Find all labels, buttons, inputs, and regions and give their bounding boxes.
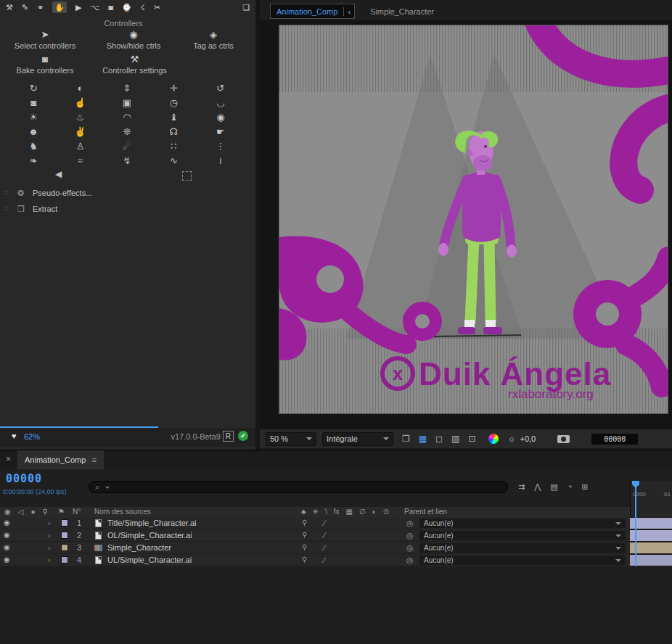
frame-blend-icon[interactable]: ◔	[567, 482, 573, 492]
controller-wave-icon[interactable]: ≈	[57, 154, 103, 168]
bake-controllers-button[interactable]: ◙ Bake controllers	[6, 54, 84, 75]
search-options-caret[interactable]	[105, 487, 110, 489]
controller-zigzag-icon[interactable]: ↯	[104, 154, 150, 168]
label-column-icon[interactable]: ⚑	[58, 507, 65, 517]
guides-icon[interactable]: ⊡	[468, 434, 475, 444]
controller-hand-icon[interactable]: ☝	[57, 96, 103, 110]
controller-eye-icon[interactable]: ◉	[197, 110, 244, 125]
controller-spine-icon[interactable]: ⋮	[197, 139, 244, 154]
mini-flowchart-icon[interactable]: ⇉	[518, 482, 525, 492]
pen-icon[interactable]: ✎	[22, 1, 28, 13]
current-time-display[interactable]: 00000	[6, 472, 42, 485]
tab-back-chevron-icon[interactable]: ‹	[343, 7, 354, 16]
tab-simple-character[interactable]: Simple_Character	[370, 7, 434, 16]
close-panel-icon[interactable]: ×	[6, 454, 11, 464]
controller-pawn-icon[interactable]: ♙	[57, 139, 103, 154]
controller-position-icon[interactable]: ✛	[150, 81, 197, 96]
clock-icon[interactable]: ⌚	[122, 1, 132, 13]
controller-spring-icon[interactable]: ♨	[57, 110, 103, 125]
layer-name[interactable]: UL/Simple_Character.ai	[107, 554, 192, 566]
controller-square-icon[interactable]: ▣	[104, 96, 150, 110]
parent-dropdown[interactable]: Aucun(e)	[419, 519, 626, 528]
controller-paw-icon[interactable]: ❊	[104, 125, 150, 139]
parent-pickwhip-icon[interactable]: ◎	[406, 554, 414, 566]
controller-rotation-icon[interactable]: ↻	[10, 81, 57, 96]
scissors-icon[interactable]: ✂	[154, 1, 160, 13]
controller-dots-icon[interactable]: ∷	[150, 139, 197, 154]
layer-color-swatch[interactable]	[61, 519, 68, 527]
collapse-switch-icon[interactable]: ✳	[313, 507, 319, 517]
motion-blur-icon[interactable]: ⊞	[581, 482, 588, 492]
tag-as-ctrls-button[interactable]: ◈ Tag as ctrls	[179, 29, 248, 50]
extract-item[interactable]: ∷ ❒ Extract	[0, 202, 255, 216]
layer-quality-icon[interactable]: ∕	[324, 529, 325, 541]
parent-pickwhip-icon[interactable]: ◎	[406, 542, 414, 553]
layer-quality-icon[interactable]: ∕	[324, 554, 325, 566]
controller-lamp-icon[interactable]: ☀	[10, 110, 57, 125]
parent-pickwhip-icon[interactable]: ◎	[406, 517, 414, 529]
controller-horse-icon[interactable]: ♞	[10, 139, 57, 154]
controller-face-icon[interactable]: ☻	[10, 125, 57, 139]
layer-row-1[interactable]: ◉ › 1 Title/Simple_Character.ai ⚲ ∕ ◎ Au…	[0, 517, 630, 529]
controller-bell-icon[interactable]: ♝	[150, 110, 197, 125]
controller-leaf-icon[interactable]: ❧	[10, 154, 57, 168]
solo-column-icon[interactable]: ●	[30, 507, 35, 517]
controller-clock-icon[interactable]: ◷	[150, 96, 197, 110]
expand-chevron-icon[interactable]: ›	[48, 517, 51, 529]
lock-column-icon[interactable]: ⚲	[42, 507, 47, 517]
select-controllers-button[interactable]: ➤ Select controllers	[6, 29, 84, 50]
fx-switch-icon[interactable]: fx	[334, 507, 340, 517]
motion-blur-switch-icon[interactable]: ∅	[359, 507, 366, 517]
controller-empty-slot[interactable]	[182, 171, 192, 181]
layer-lock-icon[interactable]: ⚲	[302, 542, 307, 553]
timeline-tab-animation-comp[interactable]: Animation_Comp ≡	[17, 450, 104, 469]
layer-visibility-icon[interactable]: ◉	[4, 542, 10, 553]
3d-switch-icon[interactable]: ⊙	[383, 507, 389, 517]
controller-move-icon[interactable]: ⇕	[104, 81, 150, 96]
panel-menu-icon[interactable]: ≡	[91, 455, 96, 464]
hand-tool-icon[interactable]: ✋	[52, 1, 67, 13]
wrench-icon[interactable]: ⚒	[6, 1, 13, 13]
layer-row-3[interactable]: ◉ › 3 Simple_Character ⚲ ∕ ◎ Aucun(e)	[0, 542, 630, 554]
eye-column-icon[interactable]: ◉	[4, 507, 11, 517]
camera-icon[interactable]: ◙	[108, 1, 113, 13]
link-icon[interactable]: ⚭	[37, 1, 44, 13]
parent-dropdown[interactable]: Aucun(e)	[419, 543, 626, 553]
tab-animation-comp[interactable]: Animation_Comp ‹	[270, 4, 355, 19]
play-icon[interactable]: ▶	[75, 1, 81, 13]
controller-comet-icon[interactable]: ☄	[104, 139, 150, 154]
layer-name[interactable]: Title/Simple_Character.ai	[107, 517, 196, 529]
fork-icon[interactable]: ⌥	[91, 1, 100, 13]
quality-switch-icon[interactable]: \	[325, 507, 327, 517]
layer-lock-icon[interactable]: ⚲	[302, 554, 307, 566]
layer-row-4[interactable]: ◉ › 4 UL/Simple_Character.ai ⚲ ∕ ◎ Aucun…	[0, 554, 630, 566]
view-layout-icon[interactable]: ❐	[402, 434, 410, 444]
transparency-grid-icon[interactable]: ▦	[419, 434, 427, 444]
controller-rotation2-icon[interactable]: ↺	[197, 81, 244, 96]
layer-lock-icon[interactable]: ⚲	[302, 529, 307, 541]
snapshot-camera-icon[interactable]	[557, 435, 570, 443]
zoom-select[interactable]: 50 %	[266, 432, 316, 446]
controller-sine-icon[interactable]: ∿	[150, 154, 197, 168]
controller-camera-icon[interactable]: ◙	[10, 96, 57, 110]
region-of-interest-icon[interactable]: ▥	[451, 434, 459, 444]
new-file-icon[interactable]: ❏	[242, 1, 250, 13]
controller-fingers-icon[interactable]: ✌	[57, 125, 103, 139]
parent-column-label[interactable]: Parent et lien	[404, 507, 447, 517]
frame-blend-switch-icon[interactable]: ▦	[346, 507, 353, 517]
expand-chevron-icon[interactable]: ›	[48, 529, 51, 541]
exposure-reset-icon[interactable]: ☼	[507, 434, 515, 444]
layer-lock-icon[interactable]: ⚲	[302, 517, 307, 529]
donate-heart-icon[interactable]: ♥	[12, 432, 17, 440]
layer-name[interactable]: Simple_Character	[107, 542, 171, 553]
layer-visibility-icon[interactable]: ◉	[4, 517, 10, 529]
controller-pointer-icon[interactable]: ☛	[197, 125, 244, 139]
pseudo-effects-item[interactable]: ∷ ❂ Pseudo-effects...	[0, 186, 255, 200]
controller-orient-icon[interactable]: ◐	[57, 81, 103, 96]
shy-layers-icon[interactable]: ▤	[550, 482, 557, 492]
layer-color-swatch[interactable]	[61, 544, 68, 551]
channel-color-wheel-icon[interactable]	[488, 434, 499, 444]
controller-settings-button[interactable]: ⚒ Controller settings	[93, 54, 176, 75]
shy-switch-icon[interactable]: ♣	[301, 507, 306, 517]
controller-arc-icon[interactable]: ◡	[197, 96, 244, 110]
